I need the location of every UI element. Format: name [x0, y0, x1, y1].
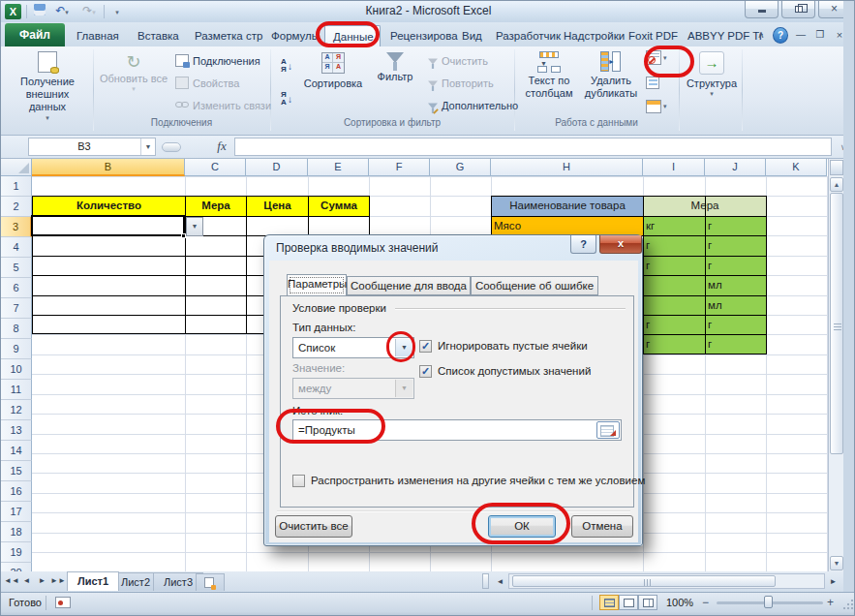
restore-button[interactable]	[781, 1, 815, 18]
row-header[interactable]: 7	[1, 298, 32, 319]
row-header[interactable]: 10	[1, 359, 32, 380]
column-header-c[interactable]: C	[185, 159, 246, 176]
dialog-tab-error-alert[interactable]: Сообщение об ошибке	[471, 276, 598, 295]
column-header-d[interactable]: D	[246, 159, 308, 176]
column-header-e[interactable]: E	[308, 159, 369, 176]
refresh-all-button[interactable]: ↻ Обновить все ▾	[98, 51, 169, 94]
tab-foxit-pdf[interactable]: Foxit PDF	[621, 25, 686, 46]
formula-bar-handle[interactable]	[162, 142, 181, 152]
tab-review[interactable]: Рецензирова	[382, 25, 466, 46]
cancel-button[interactable]: Отмена	[571, 515, 633, 538]
hscroll-left-icon[interactable]: ◄	[493, 574, 507, 590]
first-sheet-icon[interactable]: ◄◄	[4, 573, 18, 589]
column-header-j[interactable]: J	[705, 159, 766, 176]
row-header[interactable]: 17	[1, 502, 32, 522]
row-header[interactable]: 15	[1, 461, 32, 481]
clear-all-button[interactable]: Очистить все	[275, 515, 352, 538]
view-normal-button[interactable]	[599, 595, 619, 610]
range-select-button[interactable]	[596, 421, 620, 439]
get-external-data-button[interactable]: Получение внешних данных ▾	[7, 51, 88, 122]
vertical-scroll-thumb[interactable]	[830, 193, 843, 454]
column-header-i[interactable]: I	[643, 159, 705, 176]
clear-filter-button[interactable]: Очистить	[424, 54, 488, 67]
formula-input[interactable]	[234, 138, 832, 156]
column-header-k[interactable]: K	[766, 159, 827, 176]
mini-restore-icon[interactable]: ❒	[812, 27, 828, 44]
row-header[interactable]: 19	[1, 542, 32, 563]
column-header-b[interactable]: B	[32, 159, 185, 176]
name-box[interactable]: B3 ▼	[28, 138, 156, 156]
insert-sheet-tab[interactable]	[196, 573, 225, 591]
cell-dropdown-button[interactable]: ▼	[186, 217, 203, 236]
advanced-filter-button[interactable]: Дополнительно	[424, 99, 518, 111]
view-page-break-button[interactable]	[638, 595, 657, 610]
filter-button[interactable]: Фильтр	[372, 52, 418, 83]
properties-button[interactable]: Свойства	[175, 77, 239, 89]
row-header[interactable]: 13	[1, 420, 32, 441]
tab-view[interactable]: Вид	[454, 25, 490, 46]
tab-split-handle[interactable]	[482, 573, 489, 589]
row-header[interactable]: 8	[1, 319, 32, 339]
ribbon-collapse-icon[interactable]: ∧	[753, 27, 769, 44]
zoom-slider-thumb[interactable]	[764, 596, 773, 608]
in-cell-dropdown-checkbox[interactable]: ✓	[419, 365, 432, 378]
apply-to-all-checkbox[interactable]	[292, 475, 305, 487]
row-header[interactable]: 2	[1, 197, 32, 217]
selected-cell-b3[interactable]	[31, 215, 185, 236]
scroll-down-icon[interactable]: ▼	[830, 556, 843, 570]
row-header[interactable]: 5	[1, 258, 32, 278]
dialog-tab-settings[interactable]: Параметры	[287, 274, 347, 295]
name-box-dropdown-icon[interactable]: ▼	[140, 139, 155, 155]
row-header[interactable]: 14	[1, 441, 32, 461]
what-if-analysis-button[interactable]: ▾	[646, 100, 667, 113]
help-icon[interactable]: ?	[773, 27, 788, 44]
row-header[interactable]: 9	[1, 339, 32, 359]
column-header-g[interactable]: G	[430, 159, 491, 176]
row-header[interactable]: 12	[1, 400, 32, 420]
text-to-columns-button[interactable]: ▼ Текст по столбцам	[519, 51, 579, 100]
macro-record-icon[interactable]	[55, 597, 71, 608]
horizontal-scroll-thumb[interactable]	[512, 575, 776, 587]
row-header[interactable]: 11	[1, 380, 32, 400]
row-header[interactable]: 4	[1, 237, 32, 258]
insert-function-button[interactable]: fx	[212, 139, 231, 155]
column-header-f[interactable]: F	[369, 159, 430, 176]
connections-button[interactable]: Подключения	[175, 54, 260, 67]
row-header-selected[interactable]: 3	[1, 217, 32, 237]
vertical-split-handle[interactable]	[830, 160, 843, 175]
ignore-blank-checkbox[interactable]: ✓	[419, 340, 432, 353]
tab-home[interactable]: Главная	[69, 25, 127, 46]
dialog-close-button[interactable]: x	[599, 235, 642, 254]
row-header[interactable]: 16	[1, 481, 32, 502]
sheet-tab-list1[interactable]: Лист1	[67, 571, 119, 591]
row-header[interactable]: 1	[1, 176, 32, 197]
horizontal-scrollbar[interactable]	[508, 573, 825, 589]
resize-grip[interactable]	[842, 599, 854, 610]
sort-button[interactable]: А Я Я А Сортировка	[298, 52, 368, 90]
row-header[interactable]: 6	[1, 278, 32, 298]
tab-file[interactable]: Файл	[5, 23, 65, 46]
row-header[interactable]: 18	[1, 522, 32, 542]
column-header-h[interactable]: H	[491, 159, 643, 176]
hscroll-right-icon[interactable]: ►	[826, 574, 840, 590]
sort-az-button[interactable]: АЯ↓	[275, 51, 298, 80]
scroll-up-icon[interactable]: ▲	[830, 177, 843, 192]
next-sheet-icon[interactable]: ►	[35, 573, 49, 589]
minimize-button[interactable]	[745, 1, 779, 18]
zoom-out-icon[interactable]: −	[702, 596, 709, 609]
select-all-corner[interactable]	[1, 159, 32, 176]
remove-duplicates-button[interactable]: ► Удалить дубликаты	[581, 51, 641, 100]
prev-sheet-icon[interactable]: ◄	[19, 573, 34, 589]
vertical-scrollbar[interactable]: ▲ ▼	[828, 159, 843, 572]
tab-page-layout[interactable]: Разметка стр	[187, 25, 270, 46]
last-sheet-icon[interactable]: ►►	[50, 573, 65, 589]
zoom-in-icon[interactable]: +	[827, 596, 834, 609]
tab-insert[interactable]: Вставка	[130, 25, 187, 46]
dialog-tab-input-message[interactable]: Сообщение для ввода	[347, 276, 471, 295]
view-page-layout-button[interactable]	[619, 595, 638, 610]
mini-minimize-icon[interactable]: —	[793, 27, 809, 44]
dialog-help-button[interactable]: ?	[570, 235, 596, 254]
consolidate-button[interactable]	[646, 77, 663, 89]
reapply-button[interactable]: Повторить	[424, 77, 494, 89]
sort-za-button[interactable]: ЯА↓	[275, 84, 298, 113]
